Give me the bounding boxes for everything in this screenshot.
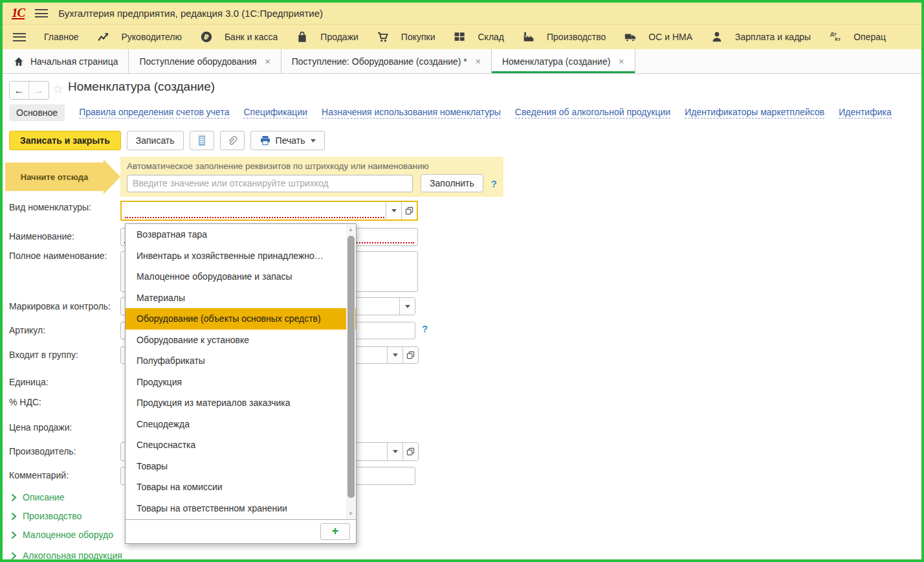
scroll-down-icon[interactable]: ▼	[346, 511, 355, 517]
dtkt-icon: ДтКт	[830, 31, 841, 43]
shopping-bag-icon	[296, 31, 308, 43]
tab-postuplenie-sozdanie[interactable]: Поступление: Оборудование (создание) * ×	[281, 49, 492, 73]
open-windows-tab-bar: Начальная страница Поступление оборудова…	[3, 49, 921, 74]
nav-link-specifications[interactable]: Спецификации	[243, 107, 307, 118]
cart-icon	[377, 31, 389, 43]
forward-button[interactable]: →	[29, 82, 49, 99]
save-button[interactable]: Записать	[127, 131, 184, 150]
print-button[interactable]: Печать	[250, 131, 325, 150]
kind-combobox[interactable]	[120, 201, 418, 221]
sections-menu-icon[interactable]	[13, 33, 26, 41]
section-alkogolnaya[interactable]: Алкогольная продукция	[11, 550, 122, 559]
dropdown-item[interactable]: Продукция из материалов заказчика	[126, 392, 356, 414]
main-menu-icon[interactable]	[35, 9, 48, 17]
section-proizvodstvo[interactable]: Производство	[11, 511, 82, 521]
close-icon[interactable]: ×	[476, 56, 481, 67]
choose-icon[interactable]	[402, 347, 418, 363]
section-malotsennoe[interactable]: Малоценное оборудо	[11, 530, 113, 540]
menu-item-pokupki[interactable]: Покупки	[377, 31, 435, 43]
dropdown-item[interactable]: Возвратная тара	[126, 224, 356, 245]
tab-home[interactable]: Начальная страница	[3, 49, 129, 73]
reports-button[interactable]	[190, 131, 214, 150]
favorite-star-icon[interactable]: ☆	[52, 82, 63, 96]
dropdown-scrollbar[interactable]: ▲ ▼	[346, 225, 355, 519]
nav-link-account-rules[interactable]: Правила определения счетов учета	[79, 107, 229, 118]
dropdown-item[interactable]: Инвентарь и хозяйственные принадлежно…	[126, 245, 356, 267]
dropdown-item[interactable]: Малоценное оборудование и запасы	[126, 266, 356, 287]
save-and-close-button[interactable]: Записать и закрыть	[9, 131, 121, 150]
trending-up-icon	[98, 31, 109, 43]
history-nav: ← →	[9, 81, 49, 100]
label-group: Входит в группу:	[9, 350, 78, 360]
nav-link-identifiers-truncated[interactable]: Идентифика	[839, 107, 892, 118]
label-marking: Маркировка и контроль:	[9, 301, 111, 311]
nav-tab-osnovnoe[interactable]: Основное	[9, 104, 65, 121]
form-nav-links: Основное Правила определения счетов учет…	[9, 104, 892, 121]
menu-item-prodazhi[interactable]: Продажи	[296, 31, 358, 43]
page-title: Номенклатура (создание)	[68, 80, 215, 94]
chevron-right-icon	[11, 531, 17, 539]
attachments-button[interactable]	[220, 131, 245, 150]
choose-icon[interactable]	[402, 443, 418, 460]
1c-logo: 1С	[12, 7, 25, 19]
scrollbar-thumb[interactable]	[347, 236, 355, 498]
dropdown-arrow-icon[interactable]	[386, 202, 401, 219]
dropdown-item[interactable]: Товары	[126, 456, 356, 477]
menu-item-operatsii[interactable]: ДтКт Операц	[830, 31, 886, 43]
dropdown-items: Возвратная тара Инвентарь и хозяйственны…	[126, 224, 356, 519]
label-comment: Комментарий:	[9, 470, 69, 480]
truck-icon	[624, 31, 636, 43]
close-icon[interactable]: ×	[619, 56, 624, 67]
menu-item-proizvodstvo[interactable]: Производство	[523, 31, 606, 43]
dropdown-item[interactable]: Оборудование к установке	[126, 330, 356, 351]
dropdown-item-selected[interactable]: Оборудование (объекты основных средств)	[126, 308, 356, 330]
label-article: Артикул:	[9, 325, 45, 335]
dropdown-footer: +	[126, 519, 356, 543]
nav-link-marketplace-ids[interactable]: Идентификаторы маркетплейсов	[685, 107, 824, 118]
dropdown-item[interactable]: Спецоснастка	[126, 434, 356, 456]
choose-icon[interactable]	[401, 202, 417, 219]
start-here-arrow: Начните отсюда	[5, 163, 104, 191]
close-icon[interactable]: ×	[265, 56, 270, 67]
menu-item-zarplata[interactable]: Зарплата и кадры	[711, 31, 811, 43]
add-new-item-button[interactable]: +	[320, 523, 350, 540]
ruble-circle-icon: ₽	[201, 31, 212, 43]
printer-icon	[259, 135, 271, 146]
help-icon[interactable]: ?	[491, 178, 497, 189]
menu-item-glavnoe[interactable]: Главное	[44, 32, 79, 42]
back-button[interactable]: ←	[10, 82, 29, 99]
dropdown-item[interactable]: Товары на ответственном хранении	[126, 498, 356, 519]
menu-item-os-nma[interactable]: ОС и НМА	[624, 31, 692, 43]
menu-item-bank-kassa[interactable]: ₽ Банк и касса	[201, 31, 278, 43]
section-opisanie[interactable]: Описание	[11, 492, 64, 502]
menu-item-sklad[interactable]: Склад	[454, 31, 504, 43]
dropdown-item[interactable]: Материалы	[126, 287, 356, 309]
auto-fill-panel: Автоматическое заполнение реквизитов по …	[120, 157, 503, 197]
label-name: Наименование:	[9, 231, 74, 242]
chevron-down-icon	[311, 139, 316, 142]
reports-icon	[196, 135, 208, 146]
label-full-name: Полное наименование:	[9, 251, 107, 261]
auto-fill-title: Автоматическое заполнение реквизитов по …	[127, 161, 497, 171]
chevron-right-icon	[11, 512, 17, 521]
article-help-icon[interactable]: ?	[422, 323, 428, 334]
label-manufacturer: Производитель:	[9, 446, 76, 456]
dropdown-item[interactable]: Товары на комиссии	[126, 477, 356, 498]
barcode-input[interactable]	[127, 175, 413, 192]
fill-button[interactable]: Заполнить	[421, 174, 483, 192]
menu-item-rukovoditelyu[interactable]: Руководителю	[98, 31, 182, 43]
tab-postuplenie-oborudovaniya[interactable]: Поступление оборудования ×	[129, 49, 281, 73]
factory-icon	[523, 31, 534, 43]
tab-nomenklatura-sozdanie[interactable]: Номенклатура (создание) ×	[492, 49, 635, 73]
dropdown-item[interactable]: Спецодежда	[126, 414, 356, 435]
scroll-up-icon[interactable]: ▲	[346, 227, 355, 232]
dropdown-item[interactable]: Полуфабрикаты	[126, 350, 356, 372]
nav-link-usage-purposes[interactable]: Назначения использования номенклатуры	[322, 107, 501, 118]
window-title: Бухгалтерия предприятия, редакция 3.0 (1…	[58, 8, 323, 19]
dropdown-arrow-icon[interactable]	[399, 298, 415, 315]
dropdown-arrow-icon[interactable]	[387, 443, 402, 460]
nav-link-alcohol-info[interactable]: Сведения об алкогольной продукции	[515, 107, 670, 118]
dropdown-item[interactable]: Продукция	[126, 372, 356, 393]
app-window: 1С Бухгалтерия предприятия, редакция 3.0…	[0, 0, 924, 562]
dropdown-arrow-icon[interactable]	[387, 347, 402, 363]
